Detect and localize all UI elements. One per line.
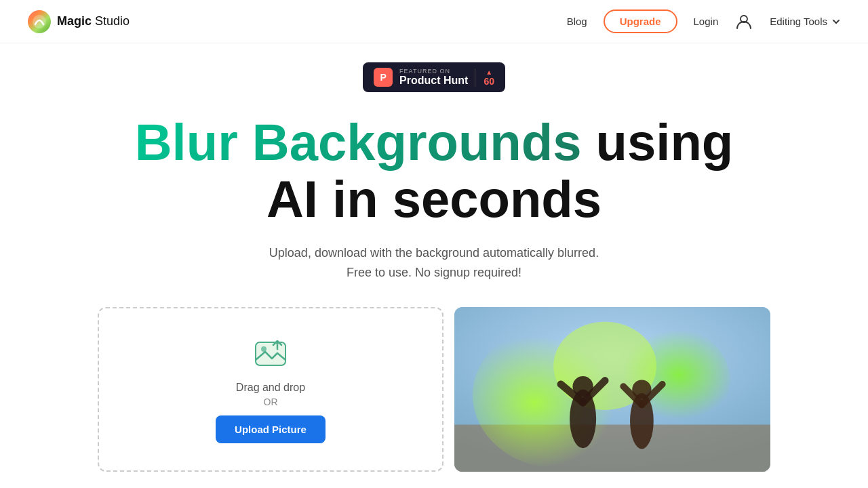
product-hunt-icon: P [374, 68, 393, 87]
nav-right: Blog Upgrade Login Editing Tools [567, 9, 841, 33]
upload-picture-button[interactable]: Upload Picture [216, 415, 326, 443]
hero-subtext-line1: Upload, download with the background aut… [269, 246, 599, 260]
upgrade-button[interactable]: Upgrade [604, 9, 677, 33]
product-hunt-votes: ▲ 60 [475, 68, 494, 87]
drag-drop-text: Drag and drop [236, 382, 305, 394]
hero-section: P FEATURED ON Product Hunt ▲ 60 Blur Bac… [0, 43, 868, 472]
vote-count: 60 [484, 76, 494, 87]
or-text: OR [264, 396, 278, 407]
editing-tools-button[interactable]: Editing Tools [770, 16, 841, 27]
hero-subtext-line2: Free to use. No signup required! [347, 266, 521, 279]
upload-dropzone[interactable]: Drag and drop OR Upload Picture [98, 307, 443, 472]
hero-photo-inner [454, 307, 770, 472]
user-avatar-icon [735, 13, 753, 30]
chevron-down-icon [831, 17, 841, 26]
svg-point-1 [33, 15, 46, 28]
hero-image-svg [454, 307, 770, 472]
blog-link[interactable]: Blog [567, 16, 587, 27]
hero-photo [454, 307, 770, 472]
logo-icon [27, 9, 52, 34]
hero-subtext: Upload, download with the background aut… [269, 243, 599, 283]
content-row: Drag and drop OR Upload Picture [0, 307, 868, 472]
product-hunt-badge[interactable]: P FEATURED ON Product Hunt ▲ 60 [363, 62, 505, 92]
svg-point-4 [261, 346, 267, 352]
logo[interactable]: Magic Studio [27, 9, 130, 34]
user-icon[interactable] [734, 12, 753, 31]
login-link[interactable]: Login [694, 16, 719, 27]
product-hunt-text-group: FEATURED ON Product Hunt [399, 68, 468, 87]
hero-heading: Blur Backgrounds usingAI in seconds [135, 114, 734, 227]
hero-heading-gradient: Blur Backgrounds [135, 113, 582, 171]
vote-arrow-icon: ▲ [486, 68, 492, 76]
upload-image-icon [253, 336, 288, 371]
product-hunt-featured-label: FEATURED ON [399, 68, 468, 75]
product-hunt-name: Product Hunt [399, 75, 468, 87]
svg-rect-3 [256, 342, 285, 365]
editing-tools-label: Editing Tools [770, 16, 827, 27]
logo-text: Magic Studio [57, 14, 130, 28]
navbar: Magic Studio Blog Upgrade Login Editing … [0, 0, 868, 43]
